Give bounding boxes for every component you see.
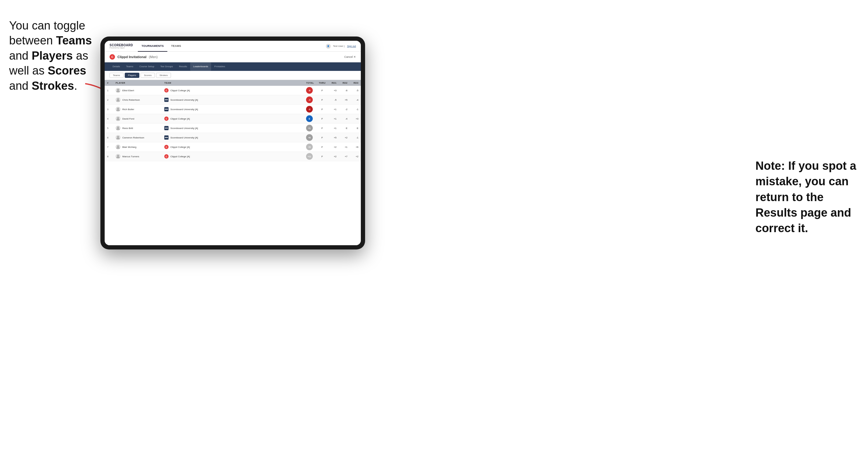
tab-course-setup[interactable]: Course Setup (136, 62, 157, 71)
tab-results[interactable]: Results (176, 62, 190, 71)
cell-thru: F (316, 124, 328, 133)
svg-point-4 (117, 117, 119, 119)
player-name: Cameron Robertson (122, 136, 144, 139)
top-nav: SCOREBOARD Powered by clippd TOURNAMENTS… (105, 41, 361, 52)
team-name: Scoreboard University [A] (170, 136, 198, 139)
tournament-name: Clippd Invitational (118, 55, 146, 59)
col-rd1: RD1 (328, 80, 339, 86)
table-header: # PLAYER TEAM TOTAL THRU RD1 RD2 RD3 (105, 80, 361, 86)
nav-links: TOURNAMENTS TEAMS (138, 41, 326, 52)
player-avatar (116, 107, 121, 112)
tab-tee-groups[interactable]: Tee Groups (157, 62, 176, 71)
cell-team: Scoreboard University [A] (162, 124, 298, 133)
cell-rd2: -2 (339, 105, 350, 114)
toggle-players[interactable]: Players (125, 73, 140, 78)
table-row: 1 Elliot Ebert C Clippd College [A] -8 F… (105, 86, 361, 95)
cell-rd3: +6 (350, 143, 361, 152)
svg-point-5 (117, 127, 119, 128)
player-avatar (116, 126, 121, 130)
cell-player: Blair McHarg (113, 143, 162, 152)
cell-thru: F (316, 95, 328, 105)
table-row: 8 Marcus Turners C Clippd College [A] +1… (105, 152, 361, 161)
col-rd3: RD3 (350, 80, 361, 86)
nav-teams[interactable]: TEAMS (167, 41, 185, 52)
cell-total: +1 (298, 124, 316, 133)
player-name: Marcus Turners (122, 155, 140, 158)
total-badge: E (306, 115, 313, 122)
cell-player: Elliot Ebert (113, 86, 162, 95)
svg-point-1 (117, 89, 119, 91)
player-name: David Ford (122, 118, 134, 120)
cell-team: C Clippd College [A] (162, 143, 298, 152)
table-row: 3 Rich Butler Scoreboard University [A] … (105, 105, 361, 114)
player-name: Rich Butler (122, 108, 134, 111)
table-row: 4 David Ford C Clippd College [A] E F +1… (105, 114, 361, 124)
cell-rd2: -4 (339, 114, 350, 124)
cell-thru: F (316, 143, 328, 152)
tab-leaderboards[interactable]: Leaderboards (190, 62, 211, 71)
cell-rd2: +7 (339, 152, 350, 161)
svg-point-7 (117, 146, 119, 147)
cell-thru: F (316, 105, 328, 114)
col-rd2: RD2 (339, 80, 350, 86)
cell-team: C Clippd College [A] (162, 86, 298, 95)
cancel-button[interactable]: Cancel ✕ (344, 55, 356, 58)
toggle-strokes[interactable]: Strokes (156, 73, 171, 78)
tab-teams[interactable]: Teams (123, 62, 136, 71)
team-name: Scoreboard University [A] (170, 108, 198, 111)
tab-printables[interactable]: Printables (211, 62, 228, 71)
cell-rd1: +1 (328, 105, 339, 114)
cell-total: -8 (298, 86, 316, 95)
cell-total: E (298, 114, 316, 124)
cell-team: C Clippd College [A] (162, 114, 298, 124)
cell-team: Scoreboard University [A] (162, 95, 298, 105)
table-row: 5 Rees Britt Scoreboard University [A] +… (105, 124, 361, 133)
cell-rd3: +3 (350, 114, 361, 124)
col-thru: THRU (316, 80, 328, 86)
cell-player: Chris Robertson (113, 95, 162, 105)
table-body: 1 Elliot Ebert C Clippd College [A] -8 F… (105, 86, 361, 161)
col-total: TOTAL (298, 80, 316, 86)
player-avatar (116, 135, 121, 140)
total-badge: -8 (306, 87, 313, 94)
player-name: Elliot Ebert (122, 89, 134, 92)
col-player: PLAYER (113, 80, 162, 86)
total-badge: +11 (306, 153, 313, 160)
toggle-bar: Teams Players Scores Strokes (105, 71, 361, 80)
cell-total: +9 (298, 143, 316, 152)
cell-team: Scoreboard University [A] (162, 105, 298, 114)
table-row: 6 Cameron Robertson Scoreboard Universit… (105, 133, 361, 143)
player-name: Rees Britt (122, 127, 133, 130)
cell-rd2: +1 (339, 143, 350, 152)
scores-bold: Scores (48, 64, 86, 77)
tournament-logo: C (110, 54, 115, 60)
col-team: TEAM (162, 80, 298, 86)
sign-out-link[interactable]: Sign out (347, 45, 356, 48)
cell-rd3: +2 (350, 152, 361, 161)
tablet-screen: SCOREBOARD Powered by clippd TOURNAMENTS… (105, 41, 361, 245)
cell-total: +6 (298, 133, 316, 143)
cell-player: Rees Britt (113, 124, 162, 133)
toggle-teams[interactable]: Teams (110, 73, 124, 78)
tab-details[interactable]: Details (110, 62, 123, 71)
cell-team: Scoreboard University [A] (162, 133, 298, 143)
cell-player: Marcus Turners (113, 152, 162, 161)
user-name: Test User | (333, 45, 345, 48)
total-badge: -4 (306, 96, 313, 103)
nav-tournaments[interactable]: TOURNAMENTS (138, 41, 167, 52)
logo-area: SCOREBOARD Powered by clippd (110, 43, 133, 49)
user-avatar: 👤 (326, 44, 331, 49)
cell-rd1: -5 (328, 95, 339, 105)
cell-rd1: +3 (328, 86, 339, 95)
toggle-scores[interactable]: Scores (141, 73, 155, 78)
cell-rank: 1 (105, 86, 113, 95)
team-name: Scoreboard University [A] (170, 127, 198, 130)
svg-point-3 (117, 108, 119, 110)
cell-team: C Clippd College [A] (162, 152, 298, 161)
sub-nav: Details Teams Course Setup Tee Groups Re… (105, 62, 361, 71)
player-name: Blair McHarg (122, 146, 136, 149)
team-name: Clippd College [A] (170, 146, 190, 149)
teams-bold: Teams (56, 34, 92, 47)
cell-rd3: -1 (350, 133, 361, 143)
cell-total: -4 (298, 95, 316, 105)
